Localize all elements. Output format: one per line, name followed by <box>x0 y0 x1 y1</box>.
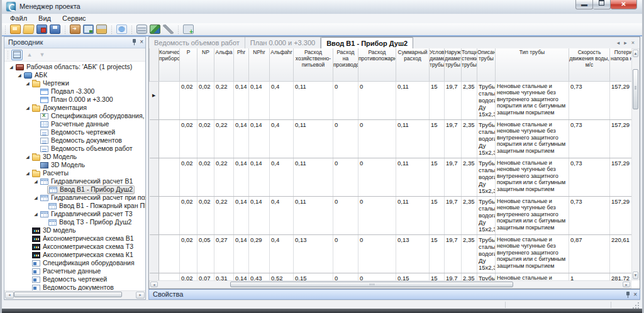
grid-cell[interactable]: 0,02 <box>180 81 197 119</box>
gallery-icon[interactable] <box>150 25 160 34</box>
title-bar[interactable]: Менеджер проекта ▬ ✕ <box>2 0 642 14</box>
tree-item[interactable]: Подвал -3.300 <box>4 87 145 96</box>
grid-cell[interactable]: 19,7 <box>445 234 462 273</box>
row-selector[interactable] <box>150 158 159 196</box>
grid-cell[interactable]: 0,11 <box>396 81 430 119</box>
grid-cell[interactable]: 0 <box>358 81 396 119</box>
grid-cell[interactable]: 0 <box>333 119 358 158</box>
grid-column-header[interactable]: Phr <box>234 48 249 81</box>
grid-cell[interactable]: 0,11 <box>294 119 333 158</box>
grid-cell[interactable]: Трубы стальные водогазопроводные Ду 15х2… <box>477 81 496 119</box>
grid-cell[interactable]: 0,15 <box>294 273 333 280</box>
grid-column-header[interactable]: Описание трубы <box>477 48 496 81</box>
grid-column-header[interactable]: Альфаhr <box>270 48 294 81</box>
close-tab-icon[interactable]: × <box>631 40 635 46</box>
tree-item[interactable]: Ведомость документов <box>4 283 145 290</box>
scroll-down-icon[interactable]: ▼ <box>633 272 638 279</box>
grid-cell[interactable]: 0,43 <box>249 273 270 280</box>
expand-arrow-icon[interactable]: ◢ <box>33 210 39 218</box>
grid-cell[interactable]: 15 <box>430 119 445 158</box>
grid-cell[interactable]: 0,13 <box>396 234 430 273</box>
grid-cell[interactable] <box>159 158 180 196</box>
grid-column-header[interactable]: Расход хозяйственно-питьевой <box>294 48 333 81</box>
grid-column-header[interactable]: Наружный диаметр трубы <box>445 48 462 81</box>
grid-cell[interactable]: 0,14 <box>234 273 249 280</box>
tree-item[interactable]: 3D модель <box>4 226 145 234</box>
grid-cell[interactable]: 0,22 <box>214 81 234 119</box>
grid-cell[interactable]: 0,52 <box>270 273 294 280</box>
grid-cell[interactable]: 157,29 <box>610 81 632 119</box>
tree-item[interactable]: Спецификация оборудования, изделий и <box>4 112 145 120</box>
grid-cell[interactable]: 0 <box>358 158 396 196</box>
tree-item[interactable]: Ведомость чертежей <box>4 275 145 283</box>
grid-cell[interactable]: Неновые стальные и неновые чугунные без … <box>496 158 569 196</box>
scroll-left-icon[interactable]: ◂ <box>5 292 14 299</box>
close-button[interactable]: ✕ <box>611 0 637 9</box>
tree-item[interactable]: Спецификация оборудования <box>4 259 145 267</box>
tree-item[interactable]: Ввод Т3 - Прибор Душ2 <box>4 218 145 226</box>
grid-cell[interactable]: 0,02 <box>197 158 214 196</box>
grid-cell[interactable]: 0,4 <box>270 234 294 273</box>
grid-cell[interactable]: 15 <box>430 196 445 234</box>
tree-view-toggle-icon[interactable] <box>11 50 23 60</box>
next-tab-icon[interactable]: ▸ <box>624 40 627 46</box>
grid-cell[interactable]: 0,4 <box>270 119 294 158</box>
expand-arrow-icon[interactable]: ◢ <box>16 71 23 79</box>
expand-arrow-icon[interactable]: ◢ <box>25 104 31 112</box>
grid-vscrollbar[interactable]: ▲ ▼ <box>631 48 640 280</box>
tree-item[interactable]: Ведомость документов <box>4 136 145 145</box>
tree-item[interactable]: Ведомость объемов работ <box>4 145 145 153</box>
tree-item[interactable]: ◢Гидравлический расчет при пожаре <box>4 194 145 202</box>
row-selector[interactable] <box>150 119 159 158</box>
scrollbar-thumb[interactable] <box>633 69 638 109</box>
grid-cell[interactable]: 15 <box>430 81 445 119</box>
grid-column-header[interactable]: Толщина стенки трубы <box>462 48 477 81</box>
grid-cell[interactable]: 0,11 <box>294 81 333 119</box>
tab-active[interactable]: Ввод В1 - Прибор Душ2 <box>321 37 413 49</box>
tree-item[interactable]: 3D Модель <box>4 161 145 169</box>
grid-cell[interactable]: 281,72 <box>610 273 632 280</box>
grid-cell[interactable]: Трубы стальные водогазопроводные Ду 15х2… <box>477 234 496 273</box>
grid-cell[interactable]: 2,35 <box>462 196 477 234</box>
grid-cell[interactable] <box>159 273 180 280</box>
grid-column-header[interactable]: Скорость движения воды, м/с <box>569 48 610 81</box>
grid-cell[interactable]: 2,35 <box>462 234 477 273</box>
tree-item[interactable]: Ввод В1 - Прибор Душ2 <box>4 185 145 194</box>
grid-cell[interactable]: 0,29 <box>249 234 270 273</box>
grid-cell[interactable]: 0,15 <box>396 273 430 280</box>
close-icon[interactable]: × <box>633 291 637 299</box>
grid-hscrollbar[interactable]: ◂ ▸ <box>149 280 631 288</box>
grid-cell[interactable]: 0,11 <box>294 196 333 234</box>
grid-cell[interactable]: 0,02 <box>197 81 214 119</box>
scroll-left-icon[interactable]: ◂ <box>150 282 158 287</box>
tree-item[interactable]: Аксонометрическая схема В1 <box>4 234 145 243</box>
grid-cell[interactable]: 1 <box>569 273 610 280</box>
tab-item[interactable]: Ведомость объемов работ <box>149 37 245 48</box>
grid-cell[interactable]: 0,02 <box>180 196 197 234</box>
row-selector[interactable] <box>150 273 159 280</box>
grid-cell[interactable]: 157,29 <box>610 196 632 234</box>
grid-cell[interactable]: Трубы стальные водогазопроводные Ду 15х2… <box>477 119 496 158</box>
grid-cell[interactable]: 0,14 <box>249 81 270 119</box>
row-selector[interactable] <box>150 196 159 234</box>
grid-cell[interactable]: 2,35 <box>462 158 477 196</box>
export-drawing-icon[interactable] <box>83 25 94 34</box>
expand-arrow-icon[interactable]: ◢ <box>25 153 31 161</box>
tree-item[interactable]: План 0.000 и +3.300 <box>4 96 145 104</box>
grid-cell[interactable]: Неновые стальные и неновые чугунные без … <box>496 234 569 273</box>
grid-column-header[interactable]: Условный диаметр трубы <box>430 48 445 81</box>
menu-item[interactable]: Вид <box>33 14 57 23</box>
tree-item[interactable]: ◢АБК <box>4 71 145 79</box>
grid-cell[interactable]: 0,13 <box>294 234 333 273</box>
grid-cell[interactable]: 0 <box>358 196 396 234</box>
grid-column-header[interactable]: Расход на производствен. <box>333 48 358 81</box>
tree-item[interactable]: ◢Чертежи <box>4 79 145 87</box>
scroll-up-icon[interactable]: ▲ <box>633 50 638 57</box>
print-icon[interactable] <box>96 25 107 34</box>
grid-cell[interactable]: 0 <box>333 158 358 196</box>
tree-item[interactable]: Аксонометрическая схема К1 <box>4 251 145 259</box>
menu-item[interactable]: Сервис <box>57 14 92 23</box>
tree-item[interactable]: Ввод В1 - Пожарный кран ПК-3 <box>4 202 145 210</box>
grid-cell[interactable]: 15 <box>430 158 445 196</box>
grid-cell[interactable]: 0,14 <box>249 119 270 158</box>
